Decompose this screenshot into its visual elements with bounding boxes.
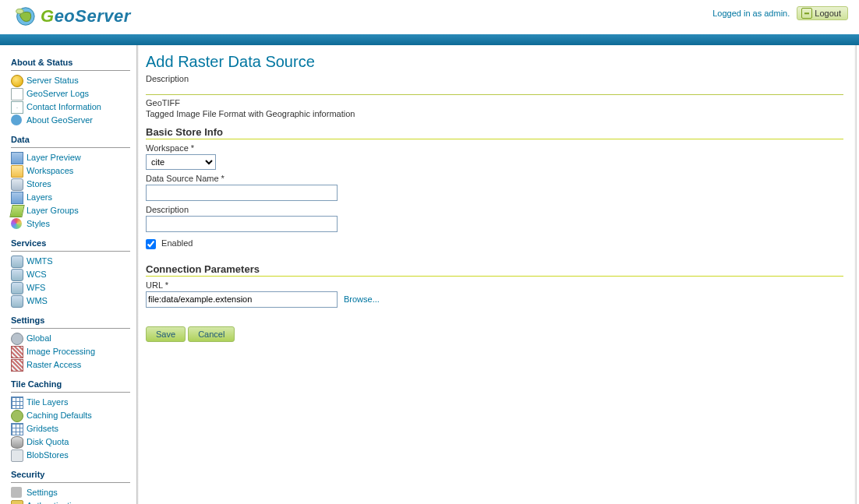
- workspace-label: Workspace *: [146, 143, 843, 153]
- sidebar-heading-about: About & Status: [11, 58, 130, 71]
- sidebar-item-layer-preview[interactable]: Layer Preview: [27, 153, 81, 162]
- cancel-button[interactable]: Cancel: [188, 326, 235, 342]
- sidebar-item-gridsets[interactable]: Gridsets: [27, 424, 58, 433]
- sidebar-item-raster-access[interactable]: Raster Access: [27, 360, 81, 369]
- sidebar-heading-data: Data: [11, 135, 130, 148]
- sidebar-item-disk-quota[interactable]: Disk Quota: [27, 437, 69, 446]
- globe-icon: [12, 5, 36, 28]
- info-icon: [11, 115, 22, 125]
- page-subtitle: Description: [146, 74, 843, 83]
- brand-text: GeoServer: [41, 6, 131, 26]
- layergroups-icon: [9, 205, 24, 217]
- enabled-checkbox[interactable]: [146, 239, 156, 249]
- wms-icon: [11, 295, 23, 308]
- mail-icon: [11, 101, 23, 114]
- sidebar-item-wmts[interactable]: WMTS: [27, 256, 53, 266]
- header-bar: [0, 34, 859, 45]
- sidebar-item-styles[interactable]: Styles: [27, 219, 50, 228]
- format-description: Tagged Image File Format with Geographic…: [146, 109, 843, 118]
- folder-icon: [11, 165, 23, 178]
- wmts-icon: [11, 256, 23, 268]
- header: GeoServer Logged in as admin. Logout: [0, 0, 859, 34]
- sidebar-heading-settings: Settings: [11, 315, 130, 329]
- format-name: GeoTIFF: [146, 98, 843, 107]
- layerpreview-icon: [11, 152, 23, 164]
- svg-point-1: [16, 9, 23, 13]
- lock-icon: [11, 500, 23, 504]
- logged-in-text: Logged in as admin.: [712, 9, 790, 18]
- sidebar-item-layer-groups[interactable]: Layer Groups: [27, 206, 79, 215]
- gear-icon: [11, 333, 23, 345]
- sidebar-heading-security: Security: [11, 470, 130, 483]
- sidebar-item-server-status[interactable]: Server Status: [27, 76, 79, 85]
- save-button[interactable]: Save: [146, 326, 186, 342]
- browse-link[interactable]: Browse...: [344, 294, 380, 304]
- sidebar-item-tile-layers[interactable]: Tile Layers: [27, 397, 68, 407]
- wrench-icon: [11, 487, 22, 498]
- auth-area: Logged in as admin. Logout: [712, 6, 848, 20]
- sidebar-item-geoserver-logs[interactable]: GeoServer Logs: [27, 89, 89, 98]
- palette-icon: [11, 218, 22, 229]
- sidebar: About & Status Server Status GeoServer L…: [0, 45, 136, 504]
- divider: [146, 94, 843, 95]
- sidebar-heading-services: Services: [11, 238, 130, 252]
- gridsets-icon: [11, 423, 23, 435]
- sidebar-item-about-geoserver[interactable]: About GeoServer: [27, 115, 93, 125]
- sidebar-item-image-processing[interactable]: Image Processing: [27, 347, 95, 356]
- bulb-icon: [11, 75, 23, 87]
- sidebar-item-sec-settings[interactable]: Settings: [27, 488, 58, 497]
- sidebar-item-blobstores[interactable]: BlobStores: [27, 450, 69, 460]
- description-label: Description: [146, 205, 843, 214]
- connection-parameters-heading: Connection Parameters: [146, 263, 843, 277]
- sidebar-item-wcs[interactable]: WCS: [27, 270, 47, 279]
- sidebar-item-workspaces[interactable]: Workspaces: [27, 166, 73, 175]
- doc-icon: [11, 88, 23, 100]
- enabled-label[interactable]: Enabled: [161, 238, 193, 248]
- blobstores-icon: [11, 449, 23, 462]
- basic-store-info-heading: Basic Store Info: [146, 126, 843, 139]
- disk-icon: [11, 436, 23, 449]
- sidebar-item-layers[interactable]: Layers: [27, 192, 52, 202]
- url-input[interactable]: [146, 291, 338, 308]
- cachingdefaults-icon: [11, 410, 23, 422]
- layers-icon: [11, 192, 23, 204]
- sidebar-item-wfs[interactable]: WFS: [27, 283, 45, 292]
- url-label: URL *: [146, 280, 843, 290]
- wcs-icon: [11, 269, 23, 281]
- datasource-name-label: Data Source Name *: [146, 174, 843, 183]
- description-input[interactable]: [146, 216, 338, 232]
- sidebar-item-caching-defaults[interactable]: Caching Defaults: [27, 411, 92, 420]
- logout-button[interactable]: Logout: [797, 6, 848, 20]
- main-panel: Add Raster Data Source Description GeoTI…: [136, 45, 859, 504]
- tilelayers-icon: [11, 397, 23, 409]
- sidebar-item-contact-information[interactable]: Contact Information: [27, 102, 101, 111]
- wfs-icon: [11, 282, 23, 294]
- sidebar-item-authentication[interactable]: Authentication: [27, 501, 81, 504]
- datasource-name-input[interactable]: [146, 185, 338, 201]
- raster-icon: [11, 359, 23, 372]
- sidebar-item-stores[interactable]: Stores: [27, 179, 51, 189]
- image-proc-icon: [11, 346, 23, 358]
- sidebar-item-global[interactable]: Global: [27, 333, 51, 343]
- stores-icon: [11, 178, 23, 191]
- workspace-select[interactable]: cite: [146, 154, 216, 170]
- sidebar-heading-tilecaching: Tile Caching: [11, 379, 130, 393]
- sidebar-item-wms[interactable]: WMS: [27, 296, 48, 305]
- page-title: Add Raster Data Source: [146, 53, 843, 71]
